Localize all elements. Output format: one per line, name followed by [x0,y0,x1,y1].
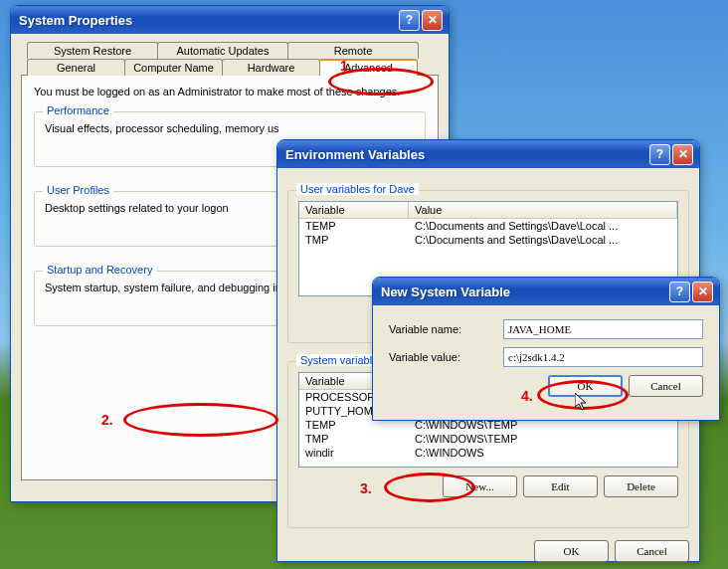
window-title: System Properties [19,13,397,28]
help-icon[interactable]: ? [669,282,690,302]
window-title: New System Variable [381,284,667,299]
variable-value-label: Variable value: [389,351,503,363]
table-row[interactable]: TMPC:\WINDOWS\TEMP [299,432,677,446]
ok-button[interactable]: OK [548,375,623,397]
startup-legend: Startup and Recovery [43,264,156,276]
tab-remote[interactable]: Remote [287,42,419,59]
cell-variable: TEMP [299,219,409,233]
variable-name-label: Variable name: [389,323,503,335]
ok-button[interactable]: OK [534,540,609,562]
help-icon[interactable]: ? [649,144,670,165]
tab-computer-name[interactable]: Computer Name [124,59,223,76]
variable-name-input[interactable] [503,319,703,339]
tab-general[interactable]: General [27,59,125,76]
list-header: Variable Value [299,202,677,219]
table-row[interactable]: TMPC:\Documents and Settings\Dave\Local … [299,233,677,247]
titlebar[interactable]: New System Variable ? ✕ [373,278,719,305]
tab-system-restore[interactable]: System Restore [27,42,158,59]
cell-variable: TMP [299,233,409,247]
tab-automatic-updates[interactable]: Automatic Updates [157,42,288,59]
edit-button[interactable]: Edit [523,475,598,497]
titlebar[interactable]: System Properties ? ✕ [11,6,449,34]
close-icon[interactable]: ✕ [672,144,693,165]
new-system-variable-dialog: New System Variable ? ✕ Variable name: V… [372,277,720,421]
delete-button[interactable]: Delete [604,475,678,497]
close-icon[interactable]: ✕ [692,282,713,302]
tab-hardware[interactable]: Hardware [222,59,320,76]
cell-variable: windir [299,446,409,460]
table-row[interactable]: windirC:\WINDOWS [299,446,677,460]
performance-text: Visual effects, processor scheduling, me… [45,122,415,134]
user-profiles-legend: User Profiles [43,184,113,196]
user-variables-legend: User variables for Dave [296,183,419,195]
tab-advanced[interactable]: Advanced [319,59,418,76]
col-variable[interactable]: Variable [299,202,409,218]
new-button[interactable]: New... [443,475,517,497]
performance-legend: Performance [43,104,113,116]
cell-value: C:\WINDOWS [409,446,677,460]
titlebar[interactable]: Environment Variables ? ✕ [277,140,699,168]
cell-value: C:\Documents and Settings\Dave\Local ... [409,219,677,233]
col-value[interactable]: Value [409,202,677,218]
window-title: Environment Variables [285,147,647,162]
cancel-button[interactable]: Cancel [629,375,703,397]
intro-text: You must be logged on as an Administrato… [34,86,426,97]
cell-value: C:\WINDOWS\TEMP [409,432,677,446]
tab-row-1: System Restore Automatic Updates Remote [27,42,439,59]
cancel-button[interactable]: Cancel [615,540,689,562]
help-icon[interactable]: ? [399,10,420,31]
close-icon[interactable]: ✕ [422,10,443,31]
variable-value-input[interactable] [503,347,703,367]
tab-row-2: General Computer Name Hardware Advanced [27,59,439,76]
cell-variable: TMP [299,432,409,446]
table-row[interactable]: TEMPC:\Documents and Settings\Dave\Local… [299,219,677,233]
cell-value: C:\Documents and Settings\Dave\Local ... [409,233,677,247]
